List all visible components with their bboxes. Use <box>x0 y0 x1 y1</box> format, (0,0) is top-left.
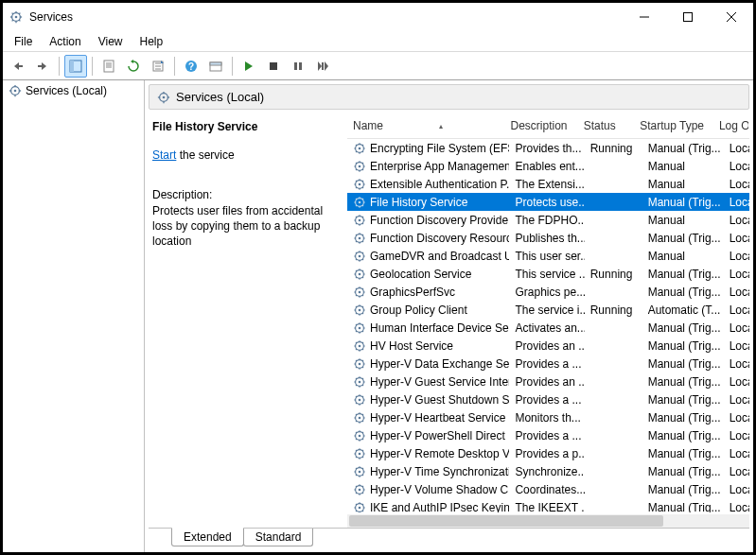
cell-description: Coordinates... <box>509 483 584 496</box>
service-icon <box>353 232 366 245</box>
tree-item-label: Services (Local) <box>26 84 107 97</box>
column-description[interactable]: Description <box>504 113 577 138</box>
table-row[interactable]: GraphicsPerfSvcGraphics pe...Manual (Tri… <box>347 283 749 301</box>
forward-button[interactable] <box>31 55 54 78</box>
cell-name: Hyper-V Volume Shadow C... <box>347 483 509 496</box>
stop-service-button[interactable] <box>262 55 285 78</box>
show-hide-tree-button[interactable] <box>64 55 87 78</box>
svg-line-139 <box>356 305 357 306</box>
maximize-button[interactable] <box>666 3 710 31</box>
table-row[interactable]: Human Interface Device Ser...Activates a… <box>347 319 749 337</box>
close-button[interactable] <box>710 3 753 31</box>
column-status[interactable]: Status <box>578 113 635 138</box>
table-row[interactable]: Hyper-V Time Synchronizati...Synchronize… <box>347 462 749 480</box>
tab-extended[interactable]: Extended <box>171 528 244 546</box>
cell-startup: Manual (Trig... <box>642 429 724 442</box>
service-icon <box>353 393 366 407</box>
back-button[interactable] <box>7 55 29 78</box>
table-row[interactable]: Hyper-V Guest Shutdown S...Provides a ..… <box>347 390 749 408</box>
description-label: Description: <box>152 187 338 202</box>
table-row[interactable]: Hyper-V Guest Service Inter...Provides a… <box>347 373 749 390</box>
cell-startup: Manual (Trig... <box>642 321 724 335</box>
table-row[interactable]: Encrypting File System (EFS)Provides th.… <box>347 139 749 157</box>
menu-help[interactable]: Help <box>132 33 171 50</box>
tree-item-services-local[interactable]: Services (Local) <box>5 82 142 99</box>
table-row[interactable]: Hyper-V Heartbeat ServiceMonitors th...M… <box>347 408 749 426</box>
table-row[interactable]: Function Discovery Resourc...Publishes t… <box>347 229 749 247</box>
start-service-link[interactable]: Start <box>152 148 176 162</box>
service-icon <box>353 339 366 353</box>
column-name[interactable]: Name ▴ <box>347 113 504 138</box>
properties-button[interactable] <box>97 55 120 78</box>
table-row[interactable]: Hyper-V Volume Shadow C...Coordinates...… <box>347 480 749 498</box>
start-suffix: the service <box>176 148 234 162</box>
column-startup-type[interactable]: Startup Type <box>634 113 713 138</box>
service-icon <box>353 250 366 263</box>
table-row[interactable]: Group Policy ClientThe service i...Runni… <box>347 301 749 319</box>
table-row[interactable]: File History ServiceProtects use...Manua… <box>347 193 749 211</box>
menu-file[interactable]: File <box>7 33 40 50</box>
cell-name: Hyper-V Remote Desktop Vi... <box>347 447 509 460</box>
service-icon <box>353 304 366 317</box>
minimize-button[interactable] <box>623 3 666 31</box>
help-button[interactable]: ? <box>180 55 202 78</box>
app-icon <box>9 9 24 25</box>
table-row[interactable]: GameDVR and Broadcast Us...This user ser… <box>347 247 749 265</box>
table-row[interactable]: Hyper-V Data Exchange Ser...Provides a .… <box>347 355 749 373</box>
table-row[interactable]: Hyper-V PowerShell Direct ...Provides a … <box>347 426 749 444</box>
cell-description: The Extensi... <box>509 178 584 191</box>
cell-startup: Manual (Trig... <box>642 393 724 407</box>
svg-point-84 <box>359 218 361 221</box>
table-row[interactable]: Enterprise App Managemen...Enables ent..… <box>347 157 749 175</box>
svg-text:?: ? <box>188 61 194 72</box>
cell-logon: Loca <box>724 268 749 281</box>
svg-line-60 <box>362 169 363 170</box>
service-list: Name ▴ Description Status Startup Type L… <box>347 113 749 528</box>
svg-line-81 <box>356 205 357 206</box>
cell-description: Publishes th... <box>509 232 584 245</box>
menu-action[interactable]: Action <box>42 33 88 50</box>
menu-view[interactable]: View <box>91 33 131 50</box>
pause-service-button[interactable] <box>287 55 309 78</box>
table-row[interactable]: Extensible Authentication P...The Extens… <box>347 175 749 193</box>
horizontal-scrollbar-thumb[interactable] <box>349 515 663 527</box>
cell-name: Human Interface Device Ser... <box>347 321 509 335</box>
column-logon-as[interactable]: Log On As <box>713 113 749 138</box>
svg-line-172 <box>362 359 363 360</box>
table-row[interactable]: IKE and AuthIP IPsec Keying...The IKEEXT… <box>347 498 749 512</box>
list-body[interactable]: Encrypting File System (EFS)Provides th.… <box>347 139 749 512</box>
svg-line-61 <box>356 169 357 170</box>
start-service-button[interactable] <box>237 55 260 78</box>
svg-line-101 <box>356 241 357 242</box>
horizontal-scrollbar[interactable] <box>347 514 749 528</box>
table-row[interactable]: Geolocation ServiceThis service ...Runni… <box>347 265 749 283</box>
cell-logon: Loca <box>724 178 749 191</box>
toolbar-button[interactable] <box>204 55 227 78</box>
table-row[interactable]: Function Discovery Provide...The FDPHO..… <box>347 211 749 229</box>
toolbar-separator <box>232 57 233 76</box>
svg-line-9 <box>19 13 20 14</box>
cell-description: Protects use... <box>509 196 584 209</box>
svg-line-250 <box>362 511 363 512</box>
svg-line-79 <box>356 198 357 199</box>
cell-name: GraphicsPerfSvc <box>347 286 509 299</box>
selected-service-name: File History Service <box>152 119 338 134</box>
refresh-button[interactable] <box>122 55 145 78</box>
svg-line-102 <box>362 234 363 234</box>
svg-point-74 <box>359 200 361 203</box>
table-row[interactable]: Hyper-V Remote Desktop Vi...Provides a p… <box>347 444 749 462</box>
restart-service-button[interactable] <box>311 55 334 78</box>
cell-description: Activates an... <box>509 321 584 335</box>
menu-bar: File Action View Help <box>3 31 753 52</box>
table-row[interactable]: HV Host ServiceProvides an ...Manual (Tr… <box>347 337 749 355</box>
svg-line-7 <box>19 20 20 21</box>
svg-line-50 <box>362 151 363 152</box>
cell-startup: Manual (Trig... <box>642 357 724 371</box>
tab-standard[interactable]: Standard <box>243 529 314 546</box>
column-logon-label: Log On As <box>719 119 749 132</box>
description-text: Protects user files from accidental loss… <box>152 203 338 250</box>
service-icon <box>353 321 366 335</box>
export-list-button[interactable] <box>147 55 169 78</box>
cell-description: The IKEEXT ... <box>509 501 584 513</box>
service-icon <box>353 286 366 299</box>
